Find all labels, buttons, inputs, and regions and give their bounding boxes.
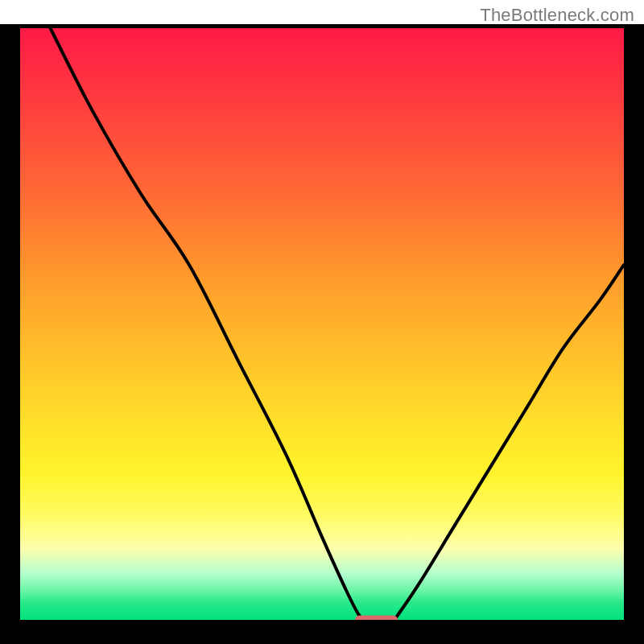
chart-container: TheBottleneck.com xyxy=(0,0,644,644)
optimal-range-marker xyxy=(355,616,398,621)
left-curve xyxy=(51,28,365,620)
plot-area xyxy=(20,28,624,620)
plot-frame xyxy=(0,24,644,644)
right-curve xyxy=(394,265,624,620)
curve-layer xyxy=(20,28,624,620)
attribution-label: TheBottleneck.com xyxy=(480,5,634,26)
